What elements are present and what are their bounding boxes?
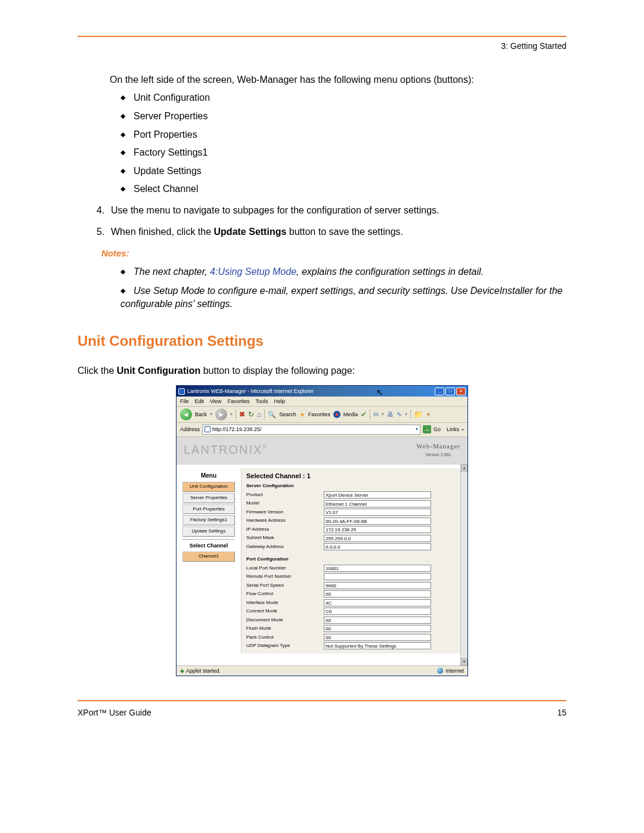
ie-app-icon bbox=[178, 388, 185, 395]
menu-server-properties[interactable]: Server Properties bbox=[182, 493, 235, 503]
field-row: Serial Port Speed9600 bbox=[246, 582, 459, 589]
menu-factory-settings[interactable]: Factory Settings1 bbox=[182, 515, 235, 525]
media-icon[interactable] bbox=[333, 411, 340, 418]
go-label: Go bbox=[434, 426, 441, 433]
menu-update-settings[interactable]: Update Settings bbox=[182, 527, 235, 537]
ie-window-screenshot: Lantronix WEB-Manager - Microsoft Intern… bbox=[176, 385, 468, 676]
field-row: Hardware Address00-20-4A-FF-08-8B bbox=[246, 518, 459, 525]
step-5: 5.When finished, click the Update Settin… bbox=[78, 225, 566, 239]
main-panel: Selected Channel : 1 Server Configuratio… bbox=[241, 468, 464, 654]
field-label: Subnet Mask bbox=[246, 535, 324, 541]
menu-favorites[interactable]: Favorites bbox=[227, 398, 249, 405]
field-label: Remote Port Number bbox=[246, 574, 324, 580]
field-value[interactable]: Xport Device Server bbox=[324, 491, 431, 498]
go-button[interactable]: → bbox=[423, 425, 431, 433]
mail-icon[interactable]: ✉ bbox=[373, 410, 379, 419]
field-label: Interface Mode bbox=[246, 600, 324, 606]
lantronix-logo: LANTRONIX® bbox=[184, 442, 268, 458]
intro-text: On the left side of the screen, Web-Mana… bbox=[110, 73, 566, 86]
ie-title-text: Lantronix WEB-Manager - Microsoft Intern… bbox=[187, 388, 434, 395]
favorites-icon[interactable]: ★ bbox=[299, 410, 305, 419]
vertical-scrollbar[interactable]: ▲ ▼ bbox=[460, 465, 467, 665]
folder-icon[interactable]: 📁 bbox=[414, 410, 423, 419]
sidebar-menu: Menu Unit Configuration Server Propertie… bbox=[180, 468, 237, 654]
field-row: Remote Port Number bbox=[246, 573, 459, 580]
menu-port-properties[interactable]: Port Properties bbox=[182, 504, 235, 515]
close-button[interactable]: × bbox=[456, 388, 466, 395]
field-value[interactable]: 00 bbox=[324, 590, 431, 597]
scroll-up-button[interactable]: ▲ bbox=[461, 465, 467, 472]
field-row: ProductXport Device Server bbox=[246, 491, 459, 498]
step-4: 4.Use the menu to navigate to subpages f… bbox=[78, 204, 566, 217]
field-label: IP Address bbox=[246, 527, 324, 533]
chapter-label: 3: Getting Started bbox=[78, 41, 566, 52]
field-value[interactable]: 00 bbox=[324, 625, 431, 632]
page-icon bbox=[205, 426, 210, 432]
field-value[interactable]: 4C bbox=[324, 599, 431, 606]
menu-help[interactable]: Help bbox=[274, 398, 285, 405]
port-config-title: Port Configuration bbox=[246, 556, 459, 563]
links-label: Links bbox=[447, 426, 459, 433]
field-value[interactable]: V1.67 bbox=[324, 509, 431, 516]
section-heading: Unit Configuration Settings bbox=[78, 332, 566, 351]
scroll-down-button[interactable]: ▼ bbox=[461, 658, 467, 665]
web-manager-title: Web-Manager bbox=[416, 442, 460, 451]
field-value[interactable] bbox=[324, 573, 431, 580]
click-instruction: Click the Unit Configuration button to d… bbox=[78, 364, 566, 377]
address-input[interactable]: http://172.19.238.25/ ▾ bbox=[202, 425, 420, 434]
field-value[interactable]: 9600 bbox=[324, 582, 431, 589]
field-label: Firmware Version bbox=[246, 509, 324, 516]
footer-doc-title: XPort™ User Guide bbox=[78, 707, 151, 719]
field-value[interactable]: C0 bbox=[324, 608, 431, 615]
status-text: Applet started. bbox=[186, 668, 221, 674]
print-icon[interactable]: 🖶 bbox=[387, 410, 394, 419]
stop-icon[interactable]: ✖ bbox=[239, 410, 245, 419]
forward-button[interactable]: ► bbox=[215, 408, 227, 420]
favorites-label: Favorites bbox=[308, 411, 330, 418]
ie-address-bar: Address http://172.19.238.25/ ▾ → Go Lin… bbox=[177, 423, 467, 436]
field-value[interactable]: 0.0.0.0 bbox=[324, 543, 431, 550]
search-label: Search bbox=[279, 411, 296, 418]
bullet-item: Server Properties bbox=[120, 110, 566, 123]
field-value[interactable]: 00 bbox=[324, 634, 431, 641]
notes-heading: Notes: bbox=[101, 247, 566, 259]
selected-channel-heading: Selected Channel : 1 bbox=[246, 472, 459, 481]
menu-channel1[interactable]: Channel1 bbox=[182, 552, 235, 562]
menu-view[interactable]: View bbox=[210, 398, 221, 405]
internet-zone-icon bbox=[437, 668, 443, 674]
field-value[interactable]: 255.255.0.0 bbox=[324, 535, 431, 542]
menu-title: Menu bbox=[182, 472, 235, 480]
field-value[interactable]: Not Supported By These Settings bbox=[324, 642, 431, 649]
field-label: Pack Control bbox=[246, 634, 324, 641]
maximize-button[interactable]: □ bbox=[445, 388, 455, 395]
field-value[interactable]: 00 bbox=[324, 617, 431, 624]
field-row: Subnet Mask255.255.0.0 bbox=[246, 535, 459, 542]
menu-edit[interactable]: Edit bbox=[195, 398, 205, 405]
field-row: UDP Datagram TypeNot Supported By These … bbox=[246, 642, 459, 649]
menu-unit-configuration[interactable]: Unit Configuration bbox=[182, 482, 235, 492]
back-button[interactable]: ◄ bbox=[180, 408, 192, 420]
home-icon[interactable]: ⌂ bbox=[257, 410, 261, 419]
field-label: Flush Mode bbox=[246, 625, 324, 632]
field-value[interactable]: Ethernet 1 Channel bbox=[324, 500, 431, 507]
field-value[interactable]: 00-20-4A-FF-08-8B bbox=[324, 518, 431, 525]
field-row: Local Port Number10001 bbox=[246, 565, 459, 572]
minimize-button[interactable]: _ bbox=[435, 388, 444, 395]
field-label: Gateway Address bbox=[246, 544, 324, 550]
field-row: Firmware VersionV1.67 bbox=[246, 509, 459, 516]
field-label: Flow Control bbox=[246, 591, 324, 597]
field-value[interactable]: 172.19.238.25 bbox=[324, 526, 431, 533]
note-item: The next chapter, 4:Using Setup Mode, ex… bbox=[120, 265, 566, 278]
search-icon[interactable]: 🔍 bbox=[268, 410, 276, 419]
menu-tools[interactable]: Tools bbox=[255, 398, 268, 405]
back-label: Back bbox=[195, 411, 207, 418]
discuss-icon[interactable]: ✦ bbox=[426, 410, 431, 419]
edit-icon[interactable]: ✎ bbox=[397, 410, 402, 419]
field-label: Local Port Number bbox=[246, 565, 324, 572]
history-icon[interactable]: ✔ bbox=[361, 410, 367, 419]
menu-file[interactable]: File bbox=[180, 398, 189, 405]
internet-zone-label: Internet bbox=[445, 667, 464, 674]
refresh-icon[interactable]: ↻ bbox=[248, 410, 254, 419]
field-value[interactable]: 10001 bbox=[324, 565, 431, 572]
bullet-item: Factory Settings1 bbox=[120, 146, 566, 159]
